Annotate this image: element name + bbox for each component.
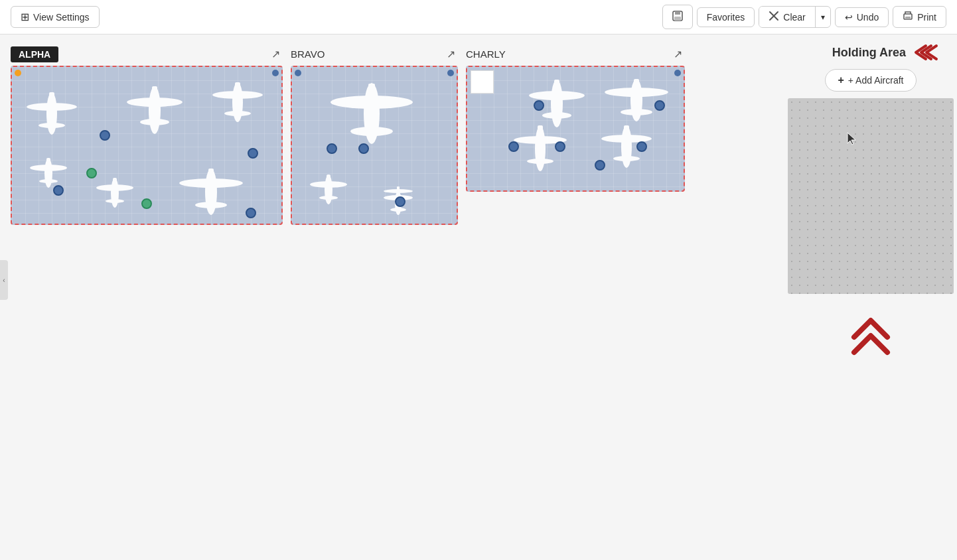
view-settings-label: View Settings <box>33 12 90 23</box>
bravo-blue-dot-1 <box>327 143 337 154</box>
svg-point-56 <box>613 156 640 161</box>
svg-rect-4 <box>905 17 911 19</box>
alpha-canvas[interactable] <box>11 66 283 225</box>
svg-rect-24 <box>113 178 117 183</box>
bravo-expand-icon[interactable]: ↗ <box>444 45 458 63</box>
clear-group: Clear ▾ <box>759 6 830 28</box>
svg-point-52 <box>527 159 553 164</box>
bravo-blue-dot-3 <box>395 196 405 207</box>
svg-point-22 <box>96 184 133 191</box>
alpha-blue-dot-1 <box>53 185 64 196</box>
topbar-left: ⊞ View Settings <box>11 6 100 28</box>
holding-area-header: Holding Area <box>832 42 941 62</box>
bravo-plane-2 <box>305 170 352 210</box>
double-chevron-up[interactable] <box>847 307 894 360</box>
view-settings-button[interactable]: ⊞ View Settings <box>11 6 100 28</box>
svg-rect-20 <box>46 158 50 163</box>
svg-point-19 <box>39 179 58 183</box>
charly-blue-dot-2 <box>508 141 519 152</box>
svg-rect-16 <box>235 82 240 89</box>
undo-button[interactable]: ↩ Undo <box>835 7 889 27</box>
alpha-expand-icon[interactable]: ↗ <box>269 45 283 63</box>
svg-rect-2 <box>674 17 681 21</box>
charly-canvas[interactable] <box>466 66 685 192</box>
svg-point-34 <box>310 181 347 188</box>
bravo-canvas[interactable] <box>291 66 458 225</box>
side-collapse-tab[interactable]: ‹ <box>0 260 8 300</box>
charly-blue-dot-3 <box>555 141 565 152</box>
holding-panel: Holding Area + + Add Aircraft <box>784 35 957 560</box>
svg-rect-41 <box>397 186 400 192</box>
charly-blue-dot-6 <box>654 100 665 111</box>
alpha-plane-1 <box>19 87 85 140</box>
svg-rect-12 <box>152 86 157 94</box>
svg-point-47 <box>605 88 668 97</box>
bravo-plane-1 <box>319 77 425 150</box>
alpha-corner-dot-tl <box>15 70 21 76</box>
alpha-green-dot-1 <box>86 168 97 178</box>
charly-blue-dot-4 <box>595 160 605 171</box>
favorites-button[interactable]: Favorites <box>697 7 755 27</box>
svg-rect-53 <box>538 125 543 132</box>
chevron-down-icon: ▾ <box>821 13 825 22</box>
svg-point-48 <box>621 109 652 115</box>
add-aircraft-button[interactable]: + + Add Aircraft <box>825 69 916 92</box>
svg-point-50 <box>535 126 546 171</box>
favorites-label: Favorites <box>707 12 745 23</box>
svg-point-11 <box>140 119 169 125</box>
svg-point-27 <box>195 202 227 208</box>
bravo-blue-dot-2 <box>358 143 369 154</box>
alpha-plane-4 <box>25 153 72 193</box>
triple-chevron-left-icon <box>911 42 941 62</box>
alpha-blue-dot-3 <box>246 208 256 218</box>
svg-point-7 <box>38 123 65 128</box>
svg-point-15 <box>224 111 251 116</box>
alpha-plane-2 <box>118 80 191 140</box>
print-button[interactable]: Print <box>893 6 946 28</box>
alpha-header: ALPHA ↗ <box>11 45 283 63</box>
print-icon <box>903 11 913 23</box>
holding-area-box[interactable] <box>788 98 954 294</box>
svg-rect-49 <box>634 79 639 86</box>
alpha-corner-dot-tr <box>272 70 279 76</box>
charly-header: CHARLY ↗ <box>466 45 685 63</box>
svg-point-23 <box>106 199 124 203</box>
svg-point-10 <box>127 98 183 107</box>
svg-point-14 <box>212 91 263 99</box>
charly-blue-dot-5 <box>636 141 647 152</box>
charly-expand-icon[interactable]: ↗ <box>671 45 685 63</box>
gates-panel: ALPHA ↗ BRAVO ↗ CHARLY ↗ <box>0 35 784 560</box>
bravo-corner-dot-tr <box>447 70 454 76</box>
svg-point-26 <box>179 178 243 188</box>
holding-area-title: Holding Area <box>832 46 906 60</box>
save-button[interactable] <box>662 5 693 29</box>
topbar-right: Favorites Clear ▾ ↩ Undo <box>662 5 946 29</box>
svg-point-31 <box>350 127 393 136</box>
svg-point-43 <box>529 91 585 100</box>
settings-grid-icon: ⊞ <box>21 11 29 23</box>
charly-white-square <box>471 70 494 94</box>
svg-point-44 <box>542 112 571 119</box>
gate-canvases-row <box>11 66 774 225</box>
clear-chevron-button[interactable]: ▾ <box>816 9 830 26</box>
add-aircraft-label: + Add Aircraft <box>848 75 904 86</box>
clear-label: Clear <box>783 12 805 23</box>
charly-plane-2 <box>597 74 676 127</box>
bravo-label: BRAVO <box>291 46 325 62</box>
main-content: ‹ ALPHA ↗ BRAVO ↗ CHARLY ↗ <box>0 35 957 560</box>
alpha-green-dot-2 <box>141 198 152 209</box>
double-chevron-up-icon <box>847 307 894 360</box>
svg-rect-45 <box>554 80 559 88</box>
svg-rect-57 <box>624 125 629 132</box>
alpha-blue-dot-4 <box>248 148 258 159</box>
svg-rect-32 <box>368 84 375 93</box>
alpha-label: ALPHA <box>11 46 58 62</box>
undo-label: Undo <box>857 12 879 23</box>
svg-point-18 <box>30 165 67 171</box>
charly-label: CHARLY <box>466 46 506 62</box>
cursor-indicator <box>846 131 858 150</box>
charly-blue-dot-1 <box>534 100 544 111</box>
gate-headers-row: ALPHA ↗ BRAVO ↗ CHARLY ↗ <box>11 45 774 63</box>
svg-rect-8 <box>49 92 54 99</box>
clear-button[interactable]: Clear <box>759 7 815 27</box>
